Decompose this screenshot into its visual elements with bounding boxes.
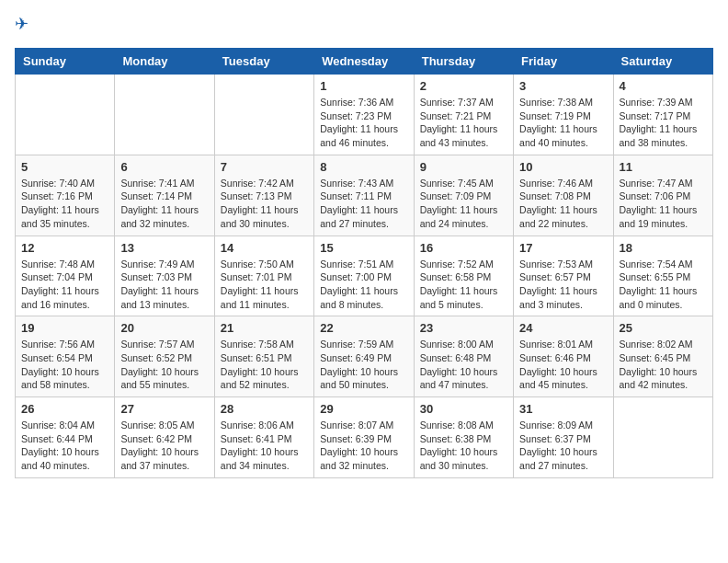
calendar-cell: 1Sunrise: 7:36 AM Sunset: 7:23 PM Daylig… (314, 75, 414, 155)
day-number: 24 (519, 321, 607, 335)
day-info: Sunrise: 8:06 AM Sunset: 6:41 PM Dayligh… (221, 419, 308, 473)
logo-icon: ✈ (15, 15, 37, 37)
calendar-cell: 8Sunrise: 7:43 AM Sunset: 7:11 PM Daylig… (314, 155, 414, 236)
calendar-cell: 19Sunrise: 7:56 AM Sunset: 6:54 PM Dayli… (16, 316, 115, 397)
day-info: Sunrise: 8:08 AM Sunset: 6:38 PM Dayligh… (420, 419, 507, 473)
calendar-cell: 26Sunrise: 8:04 AM Sunset: 6:44 PM Dayli… (16, 397, 115, 478)
day-info: Sunrise: 7:59 AM Sunset: 6:49 PM Dayligh… (320, 338, 407, 392)
calendar-cell: 31Sunrise: 8:09 AM Sunset: 6:37 PM Dayli… (514, 397, 613, 478)
svg-text:✈: ✈ (15, 15, 28, 33)
day-info: Sunrise: 7:46 AM Sunset: 7:08 PM Dayligh… (519, 177, 607, 231)
day-header-sunday: Sunday (16, 49, 115, 75)
day-number: 22 (320, 321, 407, 335)
calendar-cell: 4Sunrise: 7:39 AM Sunset: 7:17 PM Daylig… (613, 75, 712, 155)
day-info: Sunrise: 7:58 AM Sunset: 6:51 PM Dayligh… (221, 338, 308, 392)
day-number: 29 (320, 402, 407, 416)
calendar-cell: 22Sunrise: 7:59 AM Sunset: 6:49 PM Dayli… (314, 316, 414, 397)
page-header: ✈ (15, 15, 713, 37)
day-number: 17 (519, 241, 607, 255)
calendar-cell: 21Sunrise: 7:58 AM Sunset: 6:51 PM Dayli… (214, 316, 313, 397)
calendar-cell: 28Sunrise: 8:06 AM Sunset: 6:41 PM Dayli… (214, 397, 313, 478)
calendar-cell: 13Sunrise: 7:49 AM Sunset: 7:03 PM Dayli… (115, 236, 214, 316)
day-number: 11 (620, 160, 707, 174)
day-info: Sunrise: 7:37 AM Sunset: 7:21 PM Dayligh… (420, 96, 507, 150)
day-info: Sunrise: 8:00 AM Sunset: 6:48 PM Dayligh… (420, 338, 507, 392)
day-info: Sunrise: 7:45 AM Sunset: 7:09 PM Dayligh… (420, 177, 507, 231)
day-number: 27 (120, 402, 208, 416)
day-info: Sunrise: 7:43 AM Sunset: 7:11 PM Dayligh… (320, 177, 407, 231)
day-number: 13 (120, 241, 208, 255)
day-info: Sunrise: 7:48 AM Sunset: 7:04 PM Dayligh… (21, 258, 108, 312)
calendar-cell: 5Sunrise: 7:40 AM Sunset: 7:16 PM Daylig… (16, 155, 115, 236)
day-info: Sunrise: 7:54 AM Sunset: 6:55 PM Dayligh… (620, 258, 707, 312)
calendar-header-row: SundayMondayTuesdayWednesdayThursdayFrid… (16, 49, 713, 75)
calendar-cell: 24Sunrise: 8:01 AM Sunset: 6:46 PM Dayli… (514, 316, 613, 397)
day-number: 6 (120, 160, 208, 174)
day-info: Sunrise: 8:05 AM Sunset: 6:42 PM Dayligh… (120, 419, 208, 473)
day-info: Sunrise: 7:52 AM Sunset: 6:58 PM Dayligh… (420, 258, 507, 312)
day-number: 1 (320, 79, 407, 93)
calendar-cell: 16Sunrise: 7:52 AM Sunset: 6:58 PM Dayli… (414, 236, 513, 316)
day-number: 2 (420, 79, 507, 93)
day-header-thursday: Thursday (414, 49, 513, 75)
calendar-cell: 6Sunrise: 7:41 AM Sunset: 7:14 PM Daylig… (115, 155, 214, 236)
day-number: 8 (320, 160, 407, 174)
day-info: Sunrise: 7:51 AM Sunset: 7:00 PM Dayligh… (320, 258, 407, 312)
day-number: 15 (320, 241, 407, 255)
day-info: Sunrise: 7:41 AM Sunset: 7:14 PM Dayligh… (120, 177, 208, 231)
calendar-week-3: 12Sunrise: 7:48 AM Sunset: 7:04 PM Dayli… (16, 236, 713, 316)
calendar-week-4: 19Sunrise: 7:56 AM Sunset: 6:54 PM Dayli… (16, 316, 713, 397)
day-info: Sunrise: 7:38 AM Sunset: 7:19 PM Dayligh… (519, 96, 607, 150)
day-info: Sunrise: 7:40 AM Sunset: 7:16 PM Dayligh… (21, 177, 108, 231)
calendar-cell: 11Sunrise: 7:47 AM Sunset: 7:06 PM Dayli… (613, 155, 712, 236)
day-header-saturday: Saturday (613, 49, 712, 75)
day-number: 30 (420, 402, 507, 416)
day-number: 28 (221, 402, 308, 416)
calendar-cell: 18Sunrise: 7:54 AM Sunset: 6:55 PM Dayli… (613, 236, 712, 316)
calendar-cell: 27Sunrise: 8:05 AM Sunset: 6:42 PM Dayli… (115, 397, 214, 478)
calendar-table: SundayMondayTuesdayWednesdayThursdayFrid… (15, 48, 713, 478)
day-header-friday: Friday (514, 49, 613, 75)
day-number: 7 (221, 160, 308, 174)
day-number: 18 (620, 241, 707, 255)
day-number: 26 (21, 402, 108, 416)
day-header-wednesday: Wednesday (314, 49, 414, 75)
calendar-week-5: 26Sunrise: 8:04 AM Sunset: 6:44 PM Dayli… (16, 397, 713, 478)
calendar-cell: 7Sunrise: 7:42 AM Sunset: 7:13 PM Daylig… (214, 155, 313, 236)
day-number: 12 (21, 241, 108, 255)
day-number: 23 (420, 321, 507, 335)
calendar-cell: 17Sunrise: 7:53 AM Sunset: 6:57 PM Dayli… (514, 236, 613, 316)
day-info: Sunrise: 8:07 AM Sunset: 6:39 PM Dayligh… (320, 419, 407, 473)
day-number: 16 (420, 241, 507, 255)
calendar-cell: 9Sunrise: 7:45 AM Sunset: 7:09 PM Daylig… (414, 155, 513, 236)
day-number: 20 (120, 321, 208, 335)
day-info: Sunrise: 7:42 AM Sunset: 7:13 PM Dayligh… (221, 177, 308, 231)
day-number: 31 (519, 402, 607, 416)
day-header-monday: Monday (115, 49, 214, 75)
day-number: 3 (519, 79, 607, 93)
calendar-cell: 20Sunrise: 7:57 AM Sunset: 6:52 PM Dayli… (115, 316, 214, 397)
calendar-cell: 12Sunrise: 7:48 AM Sunset: 7:04 PM Dayli… (16, 236, 115, 316)
calendar-cell: 2Sunrise: 7:37 AM Sunset: 7:21 PM Daylig… (414, 75, 513, 155)
day-info: Sunrise: 7:57 AM Sunset: 6:52 PM Dayligh… (120, 338, 208, 392)
day-number: 4 (620, 79, 707, 93)
calendar-cell (214, 75, 313, 155)
logo: ✈ (15, 15, 40, 37)
day-number: 21 (221, 321, 308, 335)
day-number: 19 (21, 321, 108, 335)
calendar-cell (16, 75, 115, 155)
calendar-cell: 3Sunrise: 7:38 AM Sunset: 7:19 PM Daylig… (514, 75, 613, 155)
day-info: Sunrise: 8:04 AM Sunset: 6:44 PM Dayligh… (21, 419, 108, 473)
day-info: Sunrise: 7:39 AM Sunset: 7:17 PM Dayligh… (620, 96, 707, 150)
day-number: 14 (221, 241, 308, 255)
calendar-cell (613, 397, 712, 478)
day-number: 9 (420, 160, 507, 174)
calendar-cell (115, 75, 214, 155)
calendar-body: 1Sunrise: 7:36 AM Sunset: 7:23 PM Daylig… (16, 75, 713, 478)
calendar-cell: 15Sunrise: 7:51 AM Sunset: 7:00 PM Dayli… (314, 236, 414, 316)
day-info: Sunrise: 8:02 AM Sunset: 6:45 PM Dayligh… (620, 338, 707, 392)
calendar-cell: 23Sunrise: 8:00 AM Sunset: 6:48 PM Dayli… (414, 316, 513, 397)
day-info: Sunrise: 7:36 AM Sunset: 7:23 PM Dayligh… (320, 96, 407, 150)
day-info: Sunrise: 8:09 AM Sunset: 6:37 PM Dayligh… (519, 419, 607, 473)
day-info: Sunrise: 7:49 AM Sunset: 7:03 PM Dayligh… (120, 258, 208, 312)
